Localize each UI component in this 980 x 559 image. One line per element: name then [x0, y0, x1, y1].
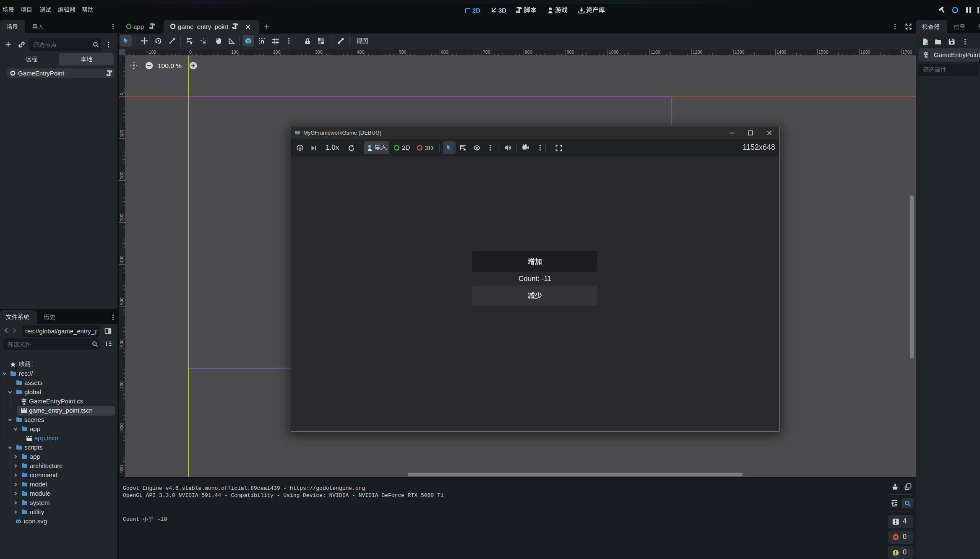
svg-text:cs: cs	[925, 55, 928, 58]
svg-text:cs: cs	[23, 402, 26, 405]
